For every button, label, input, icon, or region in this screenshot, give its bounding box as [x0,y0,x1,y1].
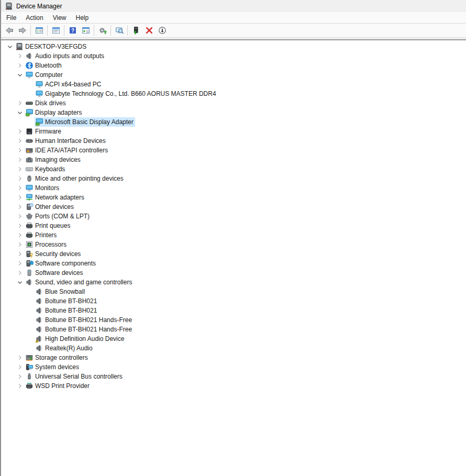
tree-item-content[interactable]: Software devices [25,268,84,278]
tree-item-content[interactable]: Monitors [25,183,61,193]
tree-item-storage-controllers[interactable]: Storage controllers [1,353,466,362]
menu-help[interactable]: Help [71,12,94,23]
disable-device-button[interactable] [156,24,169,37]
tree-item-content[interactable]: Processors [25,240,68,249]
back-button[interactable] [3,24,16,37]
chevron-collapsed-icon[interactable] [15,221,25,230]
tree-item-content[interactable]: Bluetooth [25,61,63,70]
tree-item-content[interactable]: Software components [25,259,97,268]
tree-item-boltune-bt-bh021-hands-free[interactable]: Boltune BT-BH021 Hands-Free [1,325,466,334]
chevron-collapsed-icon[interactable] [15,193,25,202]
chevron-collapsed-icon[interactable] [15,268,25,278]
help-button[interactable]: ? [66,24,79,37]
chevron-collapsed-icon[interactable] [15,240,25,249]
tree-item-content[interactable]: Boltune BT-BH021 Hands-Free [35,315,134,325]
chevron-collapsed-icon[interactable] [15,381,25,391]
tree-item-software-components[interactable]: Software components [1,259,466,268]
tree-item-network-adapters[interactable]: Network adapters [1,193,466,202]
chevron-collapsed-icon[interactable] [15,230,25,240]
menu-view[interactable]: View [48,12,71,23]
tree-item-content[interactable]: System devices [25,362,81,372]
tree-item-boltune-bt-bh021-hands-free[interactable]: Boltune BT-BH021 Hands-Free [1,315,466,325]
tree-item-content[interactable]: Realtek(R) Audio [35,344,94,353]
tree-item-content[interactable]: Mice and other pointing devices [25,174,125,183]
tree-item-acpi-x64-based-pc[interactable]: ACPI x64-based PC [1,80,466,89]
tree-item-monitors[interactable]: Monitors [1,183,466,193]
tree-item-content[interactable]: Storage controllers [25,353,90,362]
tree-item-content[interactable]: Boltune BT-BH021 Hands-Free [35,325,134,334]
tree-item-content[interactable]: Disk drives [25,98,68,108]
chevron-collapsed-icon[interactable] [15,51,25,61]
tree-item-bluetooth[interactable]: Bluetooth [1,61,466,70]
tree-item-content[interactable]: ?Other devices [25,202,75,212]
tree-item-printers[interactable]: Printers [1,230,466,240]
show-console-tree-button[interactable] [32,24,46,37]
tree-item-other-devices[interactable]: ?Other devices [1,202,466,212]
tree-item-content[interactable]: WSD Print Provider [25,381,91,391]
chevron-collapsed-icon[interactable] [15,353,25,362]
scan-hardware-changes-button[interactable] [96,24,109,37]
chevron-collapsed-icon[interactable] [15,174,25,183]
chevron-expanded-icon[interactable] [5,42,15,51]
tree-item-display-adapters[interactable]: Display adapters [1,108,466,117]
tree-item-desktop-v3efgds[interactable]: DESKTOP-V3EFGDS [1,42,466,51]
tree-item-ide-ata-atapi-controllers[interactable]: IDE ATA/ATAPI controllers [1,146,466,155]
tree-item-ports-com-lpt[interactable]: Ports (COM & LPT) [1,212,466,221]
tree-item-content[interactable]: Audio inputs and outputs [25,51,106,61]
uninstall-device-button[interactable] [142,24,156,37]
chevron-collapsed-icon[interactable] [15,202,25,212]
action-pane-toggle-button[interactable] [79,24,92,37]
tree-item-content[interactable]: Print queues [25,221,72,230]
chevron-collapsed-icon[interactable] [15,212,25,221]
tree-item-realtek-r-audio[interactable]: Realtek(R) Audio [1,344,466,353]
chevron-collapsed-icon[interactable] [15,146,25,155]
chevron-expanded-icon[interactable] [15,70,25,80]
tree-item-content[interactable]: Boltune BT-BH021 [35,296,98,306]
tree-item-content[interactable]: High Definition Audio Device [35,334,126,344]
tree-item-security-devices[interactable]: Security devices [1,249,466,259]
tree-item-imaging-devices[interactable]: Imaging devices [1,155,466,164]
chevron-collapsed-icon[interactable] [15,183,25,193]
tree-item-print-queues[interactable]: Print queues [1,221,466,230]
tree-item-mice-and-other-pointing-devices[interactable]: Mice and other pointing devices [1,174,466,183]
tree-item-content[interactable]: ACPI x64-based PC [35,80,103,89]
tree-item-content[interactable]: Firmware [25,127,63,136]
tree-item-blue-snowball[interactable]: Blue Snowball [1,287,466,296]
tree-item-boltune-bt-bh021[interactable]: Boltune BT-BH021 [1,296,466,306]
menu-file[interactable]: File [2,12,21,23]
tree-item-content[interactable]: Security devices [25,249,82,259]
forward-button[interactable] [16,24,29,37]
chevron-collapsed-icon[interactable] [15,362,25,372]
tree-item-content[interactable]: Printers [25,230,58,240]
tree-item-content[interactable]: Sound, video and game controllers [25,278,134,287]
tree-item-gigabyte-technology-co-ltd-b660-aorus-master-ddr4[interactable]: Gigabyte Technology Co., Ltd. B660 AORUS… [1,89,466,98]
tree-item-software-devices[interactable]: Software devices [1,268,466,278]
tree-item-content[interactable]: DESKTOP-V3EFGDS [15,42,88,51]
chevron-expanded-icon[interactable] [15,278,25,287]
chevron-expanded-icon[interactable] [15,108,25,117]
chevron-collapsed-icon[interactable] [15,61,25,70]
chevron-collapsed-icon[interactable] [15,136,25,146]
tree-item-content[interactable]: Ports (COM & LPT) [25,212,91,221]
tree-item-sound-video-and-game-controllers[interactable]: Sound, video and game controllers [1,278,466,287]
tree-item-content[interactable]: Boltune BT-BH021 [35,306,98,315]
tree-item-content[interactable]: Blue Snowball [35,287,86,296]
menu-action[interactable]: Action [21,12,48,23]
tree-item-content[interactable]: Imaging devices [25,155,82,164]
properties-button[interactable] [49,24,62,37]
tree-item-high-definition-audio-device[interactable]: High Definition Audio Device [1,334,466,344]
tree-item-human-interface-devices[interactable]: Human Interface Devices [1,136,466,146]
chevron-collapsed-icon[interactable] [15,259,25,268]
chevron-collapsed-icon[interactable] [15,372,25,381]
tree-item-processors[interactable]: Processors [1,240,466,249]
chevron-collapsed-icon[interactable] [15,249,25,259]
tree-item-universal-serial-bus-controllers[interactable]: Universal Serial Bus controllers [1,372,466,381]
chevron-collapsed-icon[interactable] [15,127,25,136]
tree-item-disk-drives[interactable]: Disk drives [1,98,466,108]
tree-item-content[interactable]: Human Interface Devices [25,136,107,146]
tree-item-keyboards[interactable]: Keyboards [1,164,466,174]
chevron-collapsed-icon[interactable] [15,155,25,164]
tree-item-system-devices[interactable]: System devices [1,362,466,372]
tree-item-microsoft-basic-display-adapter[interactable]: Microsoft Basic Display Adapter [1,117,466,127]
tree-item-boltune-bt-bh021[interactable]: Boltune BT-BH021 [1,306,466,315]
